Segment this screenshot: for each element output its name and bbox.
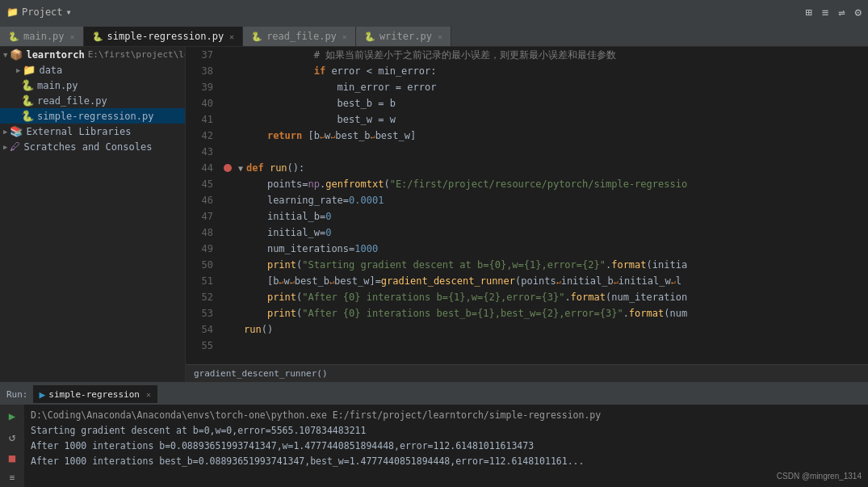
ext-icon: 📚 <box>10 125 23 137</box>
code-line-48: initial_w=0 <box>218 225 868 241</box>
split-icon[interactable]: ⇌ <box>838 6 845 19</box>
code-text-38: if error < min_error: <box>244 65 436 77</box>
code-text-52: print("After {0} interations b={1},w={2}… <box>244 292 687 303</box>
tab-sr-label: simple-regression.py <box>107 31 224 42</box>
sidebar-item-scratches[interactable]: ▶ 🖊 Scratches and Consoles <box>0 139 185 154</box>
code-line-51: [b↵w↵best_b↵best_w]=gradient_descent_run… <box>218 273 868 289</box>
tab-bar: 🐍 main.py ✕ 🐍 simple-regression.py ✕ 🐍 r… <box>0 24 868 47</box>
code-text-41: best_w = w <box>244 114 396 125</box>
code-text-40: best_b = b <box>244 98 396 109</box>
tab-sr-close[interactable]: ✕ <box>229 32 234 41</box>
tab-main-close[interactable]: ✕ <box>70 32 75 41</box>
code-text-48: initial_w=0 <box>244 227 331 238</box>
bottom-tabs: Run: ▶ simple-regression ✕ <box>0 384 868 405</box>
py-icon-sr: 🐍 <box>92 31 103 42</box>
sidebar-item-read-file[interactable]: 🐍 read_file.py <box>0 93 185 108</box>
code-line-50: print("Starting gradient descent at b={0… <box>218 257 868 273</box>
run-label: Run: <box>6 389 28 400</box>
sidebar-item-external[interactable]: ▶ 📚 External Libraries <box>0 124 185 139</box>
sidebar-scratches-label: Scratches and Consoles <box>23 141 152 153</box>
main-area: ▼ 📦 learntorch E:\first\project\learntor… <box>0 47 868 382</box>
project-dropdown-icon[interactable]: ▾ <box>66 6 72 18</box>
tab-rf-close[interactable]: ✕ <box>342 32 347 41</box>
code-line-41: best_w = w <box>218 111 868 128</box>
code-text-49: num_iterations=1000 <box>244 243 378 254</box>
tab-writer-label: writer.py <box>379 31 432 42</box>
stop-button[interactable]: ■ <box>7 450 17 466</box>
sidebar-item-simple-regression[interactable]: 🐍 simple-regression.py <box>0 108 185 124</box>
code-text-51: [b↵w↵best_b↵best_w]=gradient_descent_run… <box>244 275 681 287</box>
sidebar-path-label: E:\first\project\learntorch <box>88 49 186 60</box>
fold-col-44[interactable]: ▼ <box>235 164 246 173</box>
sidebar-item-main-py[interactable]: 🐍 main.py <box>0 78 185 93</box>
code-text-45: points=np.genfromtxt("E:/first/project/r… <box>244 178 687 190</box>
code-line-46: learning_rate=0.0001 <box>218 192 868 208</box>
code-text-50: print("Starting gradient descent at b={0… <box>244 259 687 271</box>
sidebar-item-learntorch[interactable]: ▼ 📦 learntorch E:\first\project\learntor… <box>0 47 185 62</box>
sidebar-sr-label: simple-regression.py <box>37 111 154 122</box>
py-icon: 🐍 <box>8 31 19 42</box>
output-line-4: After 1000 interations best_b=0.08893651… <box>31 454 862 469</box>
bp-col-44[interactable] <box>220 164 235 172</box>
gear-icon[interactable]: ⚙ <box>855 6 862 19</box>
editor-area: 3738394041 4243444546 4748495051 5253545… <box>186 47 868 382</box>
sidebar-learntorch-label: learntorch <box>26 49 84 61</box>
tab-writer-close[interactable]: ✕ <box>438 32 442 41</box>
tooltip-bar: gradient_descent_runner() <box>186 364 868 382</box>
run-side-controls: ▶ ↺ ■ ≡ <box>0 405 24 487</box>
py-icon-rf: 🐍 <box>251 31 262 42</box>
tab-rf-label: read_file.py <box>266 31 337 42</box>
title-bar: 📁 Project ▾ ⊞ ≡ ⇌ ⚙ <box>0 0 868 24</box>
tab-read-file[interactable]: 🐍 read_file.py ✕ <box>243 27 356 46</box>
run-icon: ▶ <box>40 388 46 401</box>
tab-writer[interactable]: 🐍 writer.py ✕ <box>356 27 451 46</box>
folder-data-icon: 📁 <box>23 64 36 76</box>
output-line-3: After 1000 interations b=0.0889365199374… <box>31 439 862 454</box>
py-sr-icon: 🐍 <box>21 110 34 122</box>
py-main-icon: 🐍 <box>21 79 34 91</box>
menu-icon[interactable]: ≡ <box>822 6 828 19</box>
code-editor[interactable]: 3738394041 4243444546 4748495051 5253545… <box>186 47 868 364</box>
py-readfile-icon: 🐍 <box>21 94 34 107</box>
title-bar-actions: ⊞ ≡ ⇌ ⚙ <box>805 6 862 19</box>
code-line-54: run() <box>218 321 868 338</box>
code-text-47: initial_b=0 <box>244 211 331 222</box>
project-label: 📁 Project ▾ <box>6 6 72 18</box>
scroll-button[interactable]: ≡ <box>8 471 17 485</box>
tab-simple-regression[interactable]: 🐍 simple-regression.py ✕ <box>84 27 244 46</box>
code-line-43 <box>218 144 868 160</box>
code-line-44: ▼ def run(): <box>218 160 868 176</box>
output-line-2: Starting gradient descent at b=0,w=0,err… <box>31 423 862 439</box>
scratches-arrow: ▶ <box>3 143 7 151</box>
py-icon-w: 🐍 <box>364 31 375 42</box>
code-text-54: run() <box>244 324 273 335</box>
ext-arrow: ▶ <box>3 128 7 136</box>
watermark: CSDN @mingren_1314 <box>777 472 862 481</box>
bottom-tab-close[interactable]: ✕ <box>146 390 151 399</box>
code-line-38: if error < min_error: <box>218 63 868 79</box>
folder-icon: 📁 <box>6 6 19 18</box>
tab-main[interactable]: 🐍 main.py ✕ <box>0 27 84 46</box>
sidebar-ext-label: External Libraries <box>26 126 131 137</box>
code-text-44: def run(): <box>246 162 304 174</box>
code-line-55 <box>218 338 868 354</box>
tab-main-label: main.py <box>23 31 65 42</box>
layout-icon[interactable]: ⊞ <box>805 6 811 19</box>
code-line-40: best_b = b <box>218 95 868 111</box>
code-line-49: num_iterations=1000 <box>218 241 868 257</box>
bottom-tab-run[interactable]: ▶ simple-regression ✕ <box>33 385 157 403</box>
run-play-button[interactable]: ▶ <box>7 408 17 424</box>
tooltip-text: gradient_descent_runner() <box>194 368 328 379</box>
code-text-46: learning_rate=0.0001 <box>244 195 384 206</box>
code-line-47: initial_b=0 <box>218 208 868 225</box>
code-line-53: print("After {0} interations best_b={1},… <box>218 305 868 321</box>
rerun-button[interactable]: ↺ <box>7 429 17 445</box>
code-text-53: print("After {0} interations best_b={1},… <box>244 308 687 319</box>
sidebar: ▼ 📦 learntorch E:\first\project\learntor… <box>0 47 186 382</box>
code-line-52: print("After {0} interations b={1},w={2}… <box>218 289 868 305</box>
sidebar-main-label: main.py <box>37 80 78 91</box>
project-icon: 📦 <box>10 48 23 61</box>
sidebar-item-data[interactable]: ▶ 📁 data <box>0 62 185 78</box>
code-line-37: # 如果当前误差小于之前记录的最小误差，则更新最小误差和最佳参数 <box>218 47 868 63</box>
code-text-39: min_error = error <box>244 82 436 93</box>
